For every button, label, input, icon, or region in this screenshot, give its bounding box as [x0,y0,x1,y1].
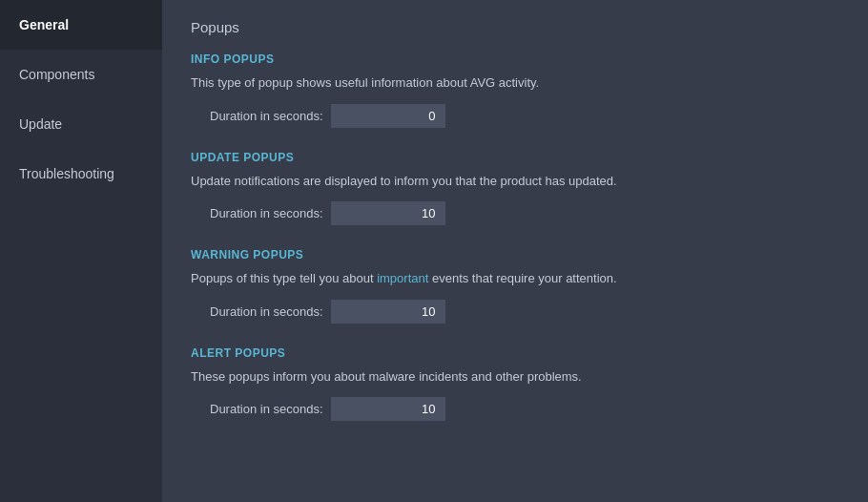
info-popup-description: This type of popup shows useful informat… [191,73,839,93]
update-popup-type-label: UPDATE POPUPS [191,151,839,164]
warning-popup-desc-text: Popups of this type tell you about impor… [191,271,617,285]
warning-popup-description: Popups of this type tell you about impor… [191,269,839,288]
info-popup-desc-text: This type of popup shows useful informat… [191,75,539,90]
main-content: Popups INFO POPUPS This type of popup sh… [162,0,868,502]
update-duration-input[interactable] [331,201,445,225]
alert-duration-row: Duration in seconds: [210,397,839,421]
sidebar-item-update[interactable]: Update [0,99,162,149]
update-duration-label: Duration in seconds: [210,206,323,220]
sidebar-item-troubleshooting-label: Troubleshooting [19,166,114,181]
sidebar-item-components[interactable]: Components [0,50,162,99]
update-popup-section: UPDATE POPUPS Update notifications are d… [191,151,839,226]
sidebar-item-components-label: Components [19,67,94,82]
warning-popup-type-label: WARNING POPUPS [191,248,839,261]
warning-popup-section: WARNING POPUPS Popups of this type tell … [191,248,839,324]
sidebar: General Components Update Troubleshootin… [0,0,162,502]
alert-duration-label: Duration in seconds: [210,402,323,416]
warning-duration-row: Duration in seconds: [210,300,839,324]
info-popup-type-label: INFO POPUPS [191,52,839,66]
warning-duration-label: Duration in seconds: [210,304,323,319]
warning-duration-input[interactable] [331,300,445,324]
alert-popup-section: ALERT POPUPS These popups inform you abo… [191,346,839,422]
info-duration-input[interactable] [331,104,445,128]
alert-popup-type-label: ALERT POPUPS [191,346,839,360]
sidebar-item-update-label: Update [19,116,62,132]
alert-popup-description: These popups inform you about malware in… [191,367,839,387]
update-popup-desc-text: Update notifications are displayed to in… [191,174,617,188]
alert-popup-desc-text: These popups inform you about malware in… [191,369,582,384]
update-popup-description: Update notifications are displayed to in… [191,172,839,191]
sidebar-item-general[interactable]: General [0,0,162,50]
info-popup-section: INFO POPUPS This type of popup shows use… [191,52,839,128]
section-title: Popups [191,19,839,35]
info-duration-row: Duration in seconds: [210,104,839,128]
update-duration-row: Duration in seconds: [210,201,839,225]
sidebar-item-general-label: General [19,17,69,32]
alert-duration-input[interactable] [331,397,445,421]
info-duration-label: Duration in seconds: [210,109,323,123]
sidebar-item-troubleshooting[interactable]: Troubleshooting [0,149,162,199]
